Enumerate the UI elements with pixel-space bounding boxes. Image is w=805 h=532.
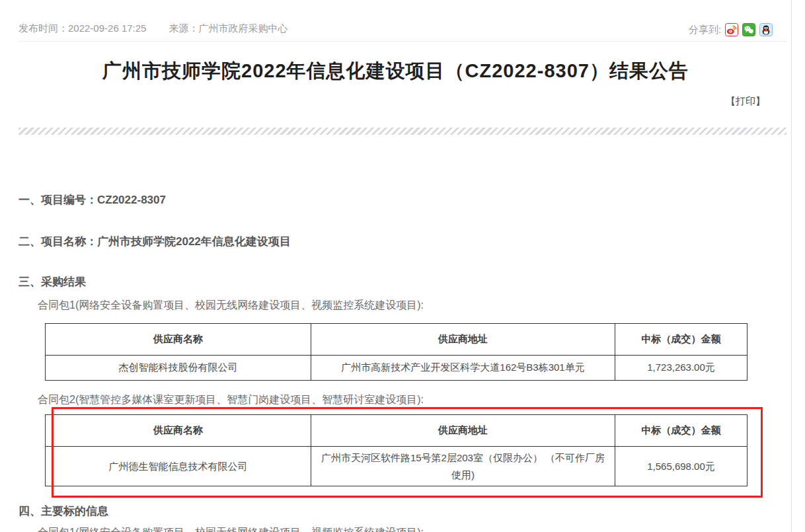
hatch-divider bbox=[19, 128, 786, 135]
supplier-name-cell: 杰创智能科技股份有限公司 bbox=[46, 356, 311, 381]
header-supplier-address: 供应商地址 bbox=[311, 324, 615, 356]
publish-time: 发布时间：2022-09-26 17:25 bbox=[19, 22, 146, 34]
header-supplier-name: 供应商名称 bbox=[46, 324, 311, 356]
header-supplier-address: 供应商地址 bbox=[311, 415, 615, 447]
divider-line bbox=[19, 41, 786, 42]
section-project-name: 二、项目名称：广州市技师学院2022年信息化建设项目 bbox=[19, 234, 291, 249]
supplier-address-cell: 广州市高新技术产业开发区科学大道162号B3栋301单元 bbox=[311, 356, 615, 381]
table-row: 广州德生智能信息技术有限公司 广州市天河区软件路15号第2层203室（仅限办公）… bbox=[46, 447, 748, 486]
package1-intro-repeat-clipped: 合同包1(网络安全设备购置项目、校园无线网络建设项目、视频监控系统建设项目): bbox=[38, 526, 424, 532]
qq-icon[interactable] bbox=[759, 23, 773, 36]
table-header-row: 供应商名称 供应商地址 中标（成交）金额 bbox=[46, 415, 748, 447]
page: 发布时间：2022-09-26 17:25 来源：广州市政府采购中心 分享到: bbox=[0, 0, 805, 532]
result-table-package2: 供应商名称 供应商地址 中标（成交）金额 广州德生智能信息技术有限公司 广州市天… bbox=[45, 414, 748, 486]
header-award-amount: 中标（成交）金额 bbox=[615, 324, 748, 356]
package1-intro: 合同包1(网络安全设备购置项目、校园无线网络建设项目、视频监控系统建设项目): bbox=[38, 299, 424, 313]
weibo-icon[interactable] bbox=[725, 23, 738, 36]
page-title: 广州市技师学院2022年信息化建设项目（CZ2022-8307）结果公告 bbox=[0, 58, 791, 85]
wechat-icon[interactable] bbox=[742, 23, 755, 36]
meta-bar: 发布时间：2022-09-26 17:25 来源：广州市政府采购中心 bbox=[19, 22, 288, 35]
source: 来源：广州市政府采购中心 bbox=[169, 22, 288, 34]
package2-intro: 合同包2(智慧管控多媒体课室更新项目、智慧门岗建设项目、智慧研讨室建设项目): bbox=[38, 393, 424, 407]
table-header-row: 供应商名称 供应商地址 中标（成交）金额 bbox=[46, 324, 748, 356]
section-main-subject-info: 四、主要标的信息 bbox=[19, 504, 108, 519]
table-row: 杰创智能科技股份有限公司 广州市高新技术产业开发区科学大道162号B3栋301单… bbox=[46, 356, 748, 381]
page-border bbox=[791, 0, 792, 532]
section-procurement-result: 三、采购结果 bbox=[19, 274, 86, 289]
result-table-package1: 供应商名称 供应商地址 中标（成交）金额 杰创智能科技股份有限公司 广州市高新技… bbox=[45, 323, 748, 381]
award-amount-cell: 1,723,263.00元 bbox=[615, 356, 748, 381]
supplier-address-cell: 广州市天河区软件路15号第2层203室（仅限办公） （不可作厂房使用) bbox=[311, 447, 615, 486]
supplier-name-cell: 广州德生智能信息技术有限公司 bbox=[46, 447, 311, 486]
print-button[interactable]: 【打印】 bbox=[726, 95, 765, 108]
share-label: 分享到: bbox=[689, 24, 721, 36]
award-amount-cell: 1,565,698.00元 bbox=[615, 447, 748, 486]
header-award-amount: 中标（成交）金额 bbox=[615, 415, 748, 447]
share-bar: 分享到: bbox=[689, 23, 773, 36]
header-supplier-name: 供应商名称 bbox=[46, 415, 311, 447]
section-project-number: 一、项目编号：CZ2022-8307 bbox=[19, 192, 166, 208]
